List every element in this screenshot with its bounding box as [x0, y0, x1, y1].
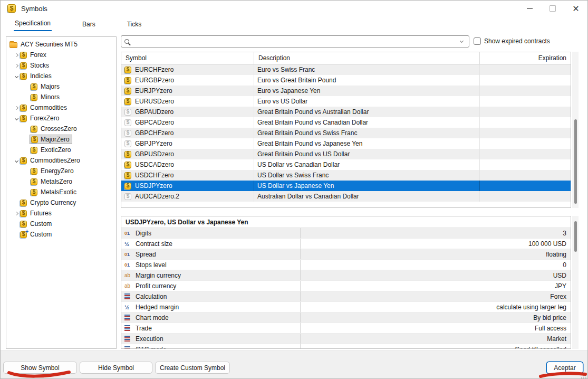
symbols-dialog: Symbols ✕ Specification Bars Ticks ACY S…	[0, 0, 588, 379]
coin-icon	[20, 62, 27, 69]
column-header-description[interactable]: Description	[254, 52, 480, 64]
chevron-down-icon[interactable]	[460, 40, 465, 44]
create-custom-symbol-button[interactable]: Create Custom Symbol	[155, 362, 230, 374]
title-bar: Symbols ✕	[1, 1, 587, 16]
property-row: Profit currencyJPY	[121, 281, 571, 291]
table-scrollbar[interactable]	[572, 52, 579, 208]
chevron-down-icon[interactable]	[13, 75, 20, 78]
table-row[interactable]: GBPAUDzeroGreat Britain Pound vs Austral…	[121, 107, 571, 117]
show-expired-contracts[interactable]: Show expired contracts	[474, 37, 550, 45]
tab-ticks[interactable]: Ticks	[126, 18, 143, 31]
table-header: Symbol Description Expiration	[121, 52, 571, 64]
column-header-expiration[interactable]: Expiration	[480, 52, 571, 64]
property-row: Margin currencyUSD	[121, 270, 571, 281]
table-row[interactable]: GBPCADzeroGreat Britain Pound vs Canadia…	[121, 117, 571, 128]
symbol-visible-icon	[124, 162, 131, 168]
resize-grip[interactable]	[581, 373, 586, 378]
table-scrollbar-thumb[interactable]	[574, 119, 577, 204]
symbol-hidden-icon	[124, 193, 131, 200]
details-scrollbar-thumb[interactable]	[574, 221, 577, 252]
tree-item-custom-2[interactable]: Custom	[6, 229, 116, 240]
tree-item-crypto-currency[interactable]: Crypto Currency	[6, 197, 116, 208]
coin-icon	[31, 189, 37, 196]
symbol-hidden-icon	[124, 140, 131, 147]
footer-bar: Show Symbol Hide Symbol Create Custom Sy…	[1, 350, 587, 379]
details-scrollbar[interactable]	[572, 216, 579, 349]
maximize-button[interactable]	[541, 1, 564, 16]
chevron-right-icon[interactable]	[13, 64, 20, 67]
symbol-group-tree: ACY Securities MT5 Forex Stocks Indicies…	[6, 36, 117, 349]
tree-item-energyzero[interactable]: EnergyZero	[6, 166, 116, 176]
tree-item-metalsexotic[interactable]: MetalsExotic	[6, 187, 116, 197]
minimize-button[interactable]	[518, 1, 541, 16]
chevron-right-icon[interactable]	[13, 54, 20, 56]
table-row[interactable]: GBPJPYzeroGreat Britain Pound vs Japanes…	[121, 138, 571, 149]
coin-icon	[20, 52, 27, 59]
coin-icon	[20, 115, 27, 122]
fraction-icon	[124, 241, 133, 247]
show-expired-label: Show expired contracts	[484, 37, 550, 45]
table-row[interactable]: GBPUSDzeroGreat Britain Pound vs US Doll…	[121, 149, 571, 159]
coin-plus-icon	[20, 231, 27, 238]
tree-item-exoticzero[interactable]: ExoticZero	[6, 145, 116, 155]
tree-item-indicies[interactable]: Indicies	[6, 71, 116, 81]
show-expired-checkbox[interactable]	[474, 37, 481, 45]
tree-item-commodities[interactable]: Commodities	[6, 102, 116, 113]
table-row[interactable]: EURGBPzeroEuro vs Great Britain Pound	[121, 75, 571, 86]
column-header-symbol[interactable]: Symbol	[121, 52, 254, 64]
property-row: GTC modeGood till cancelled	[121, 344, 571, 349]
property-row: Digits3	[121, 228, 571, 239]
symbol-visible-icon	[124, 172, 131, 179]
chevron-down-icon[interactable]	[13, 117, 20, 120]
tab-specification[interactable]: Specification	[14, 17, 52, 31]
table-row[interactable]: USDCADzeroUS Dollar vs Canadian Dollar	[121, 159, 571, 170]
property-row: TradeFull access	[121, 323, 571, 334]
number-icon	[124, 262, 133, 268]
table-row-selected[interactable]: USDJPYzeroUS Dollar vs Japanese Yen	[121, 181, 571, 191]
coin-icon	[20, 157, 27, 164]
tree-item-forex[interactable]: Forex	[6, 50, 116, 60]
tree-item-commoditieszero[interactable]: CommoditiesZero	[6, 155, 116, 166]
symbol-search-box[interactable]	[121, 35, 469, 48]
tree-item-metalszero[interactable]: MetalsZero	[6, 176, 116, 187]
tree-item-custom[interactable]: Custom	[6, 219, 116, 229]
chevron-down-icon[interactable]	[13, 159, 20, 162]
number-icon	[124, 252, 133, 257]
chevron-right-icon[interactable]	[13, 212, 20, 215]
tree-item-stocks[interactable]: Stocks	[6, 60, 116, 71]
symbol-visible-icon	[124, 77, 131, 84]
coin-icon	[20, 105, 27, 111]
hide-symbol-button[interactable]: Hide Symbol	[80, 362, 152, 374]
close-button[interactable]: ✕	[564, 1, 587, 16]
symbol-visible-icon	[124, 183, 131, 190]
coin-icon	[31, 136, 38, 143]
coin-icon	[31, 94, 37, 101]
tree-item-majorzero[interactable]: MajorZero	[6, 134, 116, 145]
table-row[interactable]: GBPCHFzeroGreat Britain Pound vs Swiss F…	[121, 128, 571, 138]
search-input[interactable]	[132, 38, 460, 45]
accept-button[interactable]: Aceptar	[546, 362, 583, 374]
show-symbol-button[interactable]: Show Symbol	[3, 362, 77, 374]
coin-icon	[20, 200, 27, 206]
chevron-right-icon[interactable]	[13, 107, 20, 109]
coin-icon	[20, 73, 27, 80]
symbol-visible-icon	[124, 98, 131, 105]
coin-icon	[20, 210, 27, 217]
table-row[interactable]: USDCHFzeroUS Dollar vs Swiss Franc	[121, 170, 571, 181]
table-row[interactable]: AUDCADzero.2Australian Dollar vs Canadia…	[121, 191, 571, 202]
tree-item-root[interactable]: ACY Securities MT5	[6, 39, 116, 50]
tree-item-crosseszero[interactable]: CrossesZero	[6, 124, 116, 134]
symbol-hidden-icon	[124, 119, 131, 126]
tree-item-futures[interactable]: Futures	[6, 208, 116, 219]
coin-icon	[20, 221, 27, 228]
table-row[interactable]: EURUSDzeroEuro vs US Dollar	[121, 96, 571, 107]
list-icon	[124, 293, 133, 299]
table-row[interactable]: EURJPYzeroEuro vs Japanese Yen	[121, 86, 571, 96]
tree-item-majors[interactable]: Majors	[6, 81, 116, 92]
tree-item-minors[interactable]: Minors	[6, 92, 116, 102]
tab-bars[interactable]: Bars	[81, 18, 97, 31]
property-row: ExecutionMarket	[121, 334, 571, 344]
table-row[interactable]: EURCHFzeroEuro vs Swiss Franc	[121, 64, 571, 75]
number-icon	[124, 231, 133, 236]
tree-item-forexzero[interactable]: ForexZero	[6, 113, 116, 124]
